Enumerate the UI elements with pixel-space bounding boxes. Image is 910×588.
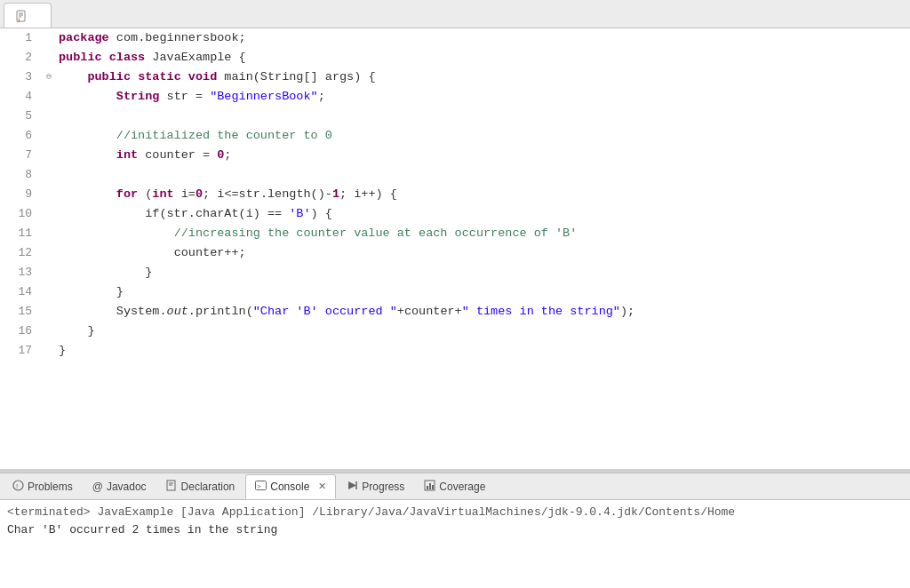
code-line-15: 15 System.out.println("Char 'B' occurred… [0,302,910,322]
progress-tab-icon [347,480,358,493]
code-line-9: 9 for (int i=0; i<=str.length()-1; i++) … [0,185,910,204]
code-line-14: 14 } [0,282,910,302]
line-number: 2 [0,48,43,68]
svg-point-5 [13,481,23,490]
code-line-7: 7 int counter = 0; [0,146,910,165]
editor-panel: 1package com.beginnersbook;2public class… [0,28,910,469]
bottom-tab-progress[interactable]: Progress [338,474,413,499]
code-line-12: 12 counter++; [0,243,910,263]
line-number: 14 [0,282,43,302]
line-number: 7 [0,146,43,165]
line-content: } [55,263,910,282]
line-content: //increasing the counter value at each o… [55,224,910,243]
bottom-tab-console[interactable]: >_Console✕ [245,474,336,499]
coverage-tab-icon [424,480,435,493]
code-line-13: 13 } [0,263,910,282]
line-number: 12 [0,243,43,263]
console-tab-label: Console [270,481,309,493]
bottom-tab-bar: !Problems@JavadocDeclaration>_Console✕Pr… [0,473,910,500]
line-number: 13 [0,263,43,282]
line-number: 8 [0,165,43,185]
code-line-17: 17} [0,341,910,361]
line-content: public class JavaExample { [55,48,910,68]
line-number: 16 [0,322,43,341]
line-content: String str = "BeginnersBook"; [55,87,910,107]
line-content: //initialized the counter to 0 [55,126,910,146]
tab-bar: J [0,0,910,28]
line-content: package com.beginnersbook; [55,28,910,48]
code-line-2: 2public class JavaExample { [0,48,910,68]
line-number: 4 [0,87,43,107]
console-output: <terminated> JavaExample [Java Applicati… [0,500,910,588]
code-line-5: 5 [0,107,910,126]
progress-tab-label: Progress [362,481,404,493]
javadoc-tab-icon: @ [92,481,103,493]
javadoc-tab-label: Javadoc [107,481,147,493]
line-number: 9 [0,185,43,204]
line-number: 10 [0,204,43,224]
line-marker[interactable]: ⊖ [43,68,55,87]
line-number: 3 [0,68,43,87]
bottom-tab-coverage[interactable]: Coverage [415,474,494,499]
declaration-tab-icon [166,480,178,493]
console-output-line: Char 'B' occurred 2 times in the string [7,521,903,539]
line-content: public static void main(String[] args) { [55,68,910,87]
code-line-11: 11 //increasing the counter value at eac… [0,224,910,243]
line-content: } [55,282,910,302]
code-line-10: 10 if(str.charAt(i) == 'B') { [0,204,910,224]
line-number: 6 [0,126,43,146]
problems-tab-icon: ! [12,480,24,493]
svg-marker-12 [348,481,356,489]
code-line-4: 4 String str = "BeginnersBook"; [0,87,910,107]
bottom-tab-javadoc[interactable]: @Javadoc [84,474,156,499]
line-number: 15 [0,302,43,322]
code-line-6: 6 //initialized the counter to 0 [0,126,910,146]
code-line-16: 16 } [0,322,910,341]
coverage-tab-label: Coverage [439,481,485,493]
console-tab-icon: >_ [255,480,267,493]
declaration-tab-label: Declaration [181,481,235,493]
svg-text:!: ! [16,482,18,490]
bottom-panel: !Problems@JavadocDeclaration>_Console✕Pr… [0,473,910,588]
line-content: for (int i=0; i<=str.length()-1; i++) { [55,185,910,204]
console-terminated-line: <terminated> JavaExample [Java Applicati… [7,504,903,521]
line-content: counter++; [55,243,910,263]
line-number: 11 [0,224,43,243]
svg-text:>_: >_ [257,482,266,490]
file-tab[interactable]: J [4,3,52,28]
line-number: 1 [0,28,43,48]
line-content: int counter = 0; [55,146,910,165]
problems-tab-label: Problems [28,481,73,493]
line-number: 5 [0,107,43,126]
svg-text:J: J [17,18,20,22]
code-line-1: 1package com.beginnersbook; [0,28,910,48]
line-number: 17 [0,341,43,361]
bottom-tab-problems[interactable]: !Problems [4,474,82,499]
console-close-button[interactable]: ✕ [318,481,326,492]
line-content: if(str.charAt(i) == 'B') { [55,204,910,224]
code-line-8: 8 [0,165,910,185]
line-content: } [55,341,910,361]
line-content: System.out.println("Char 'B' occurred "+… [55,302,910,322]
bottom-tab-declaration[interactable]: Declaration [157,474,244,499]
line-content: } [55,322,910,341]
code-line-3: 3⊖ public static void main(String[] args… [0,68,910,87]
code-area[interactable]: 1package com.beginnersbook;2public class… [0,28,910,469]
java-file-icon: J [15,10,28,22]
